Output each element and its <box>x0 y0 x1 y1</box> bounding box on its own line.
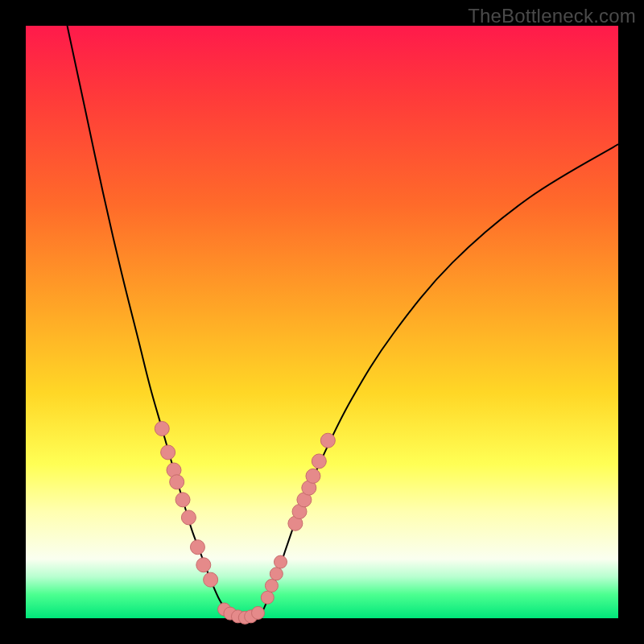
marker-group <box>155 421 335 624</box>
data-marker <box>320 433 335 448</box>
data-marker <box>274 555 287 568</box>
watermark-text: TheBottleneck.com <box>468 5 636 27</box>
data-marker <box>196 558 211 572</box>
data-marker <box>161 445 175 460</box>
data-marker <box>181 510 196 525</box>
data-marker <box>261 591 274 604</box>
data-marker <box>270 568 283 580</box>
data-marker <box>252 606 265 619</box>
data-marker <box>265 580 278 592</box>
data-marker <box>175 493 190 507</box>
plot-area <box>26 26 618 618</box>
data-marker <box>170 475 184 489</box>
data-marker <box>190 540 204 555</box>
data-marker <box>155 421 169 436</box>
data-marker <box>306 469 320 483</box>
chart-frame: TheBottleneck.com <box>0 0 644 644</box>
bottleneck-curve <box>68 26 618 618</box>
data-marker <box>312 454 326 469</box>
data-marker <box>204 572 218 587</box>
curve-svg <box>26 26 618 618</box>
